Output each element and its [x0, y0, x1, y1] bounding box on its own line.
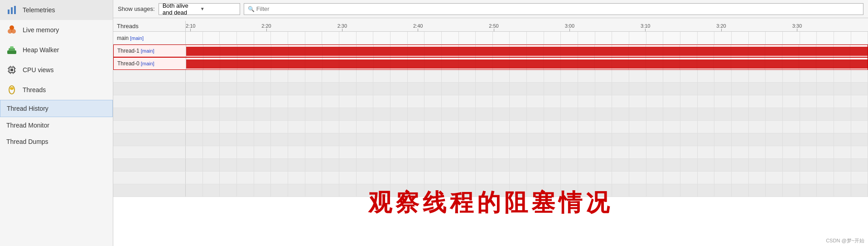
thread-bar-area	[186, 133, 868, 146]
svg-rect-2	[14, 6, 16, 14]
sidebar-item-threads[interactable]: Threads	[0, 80, 113, 100]
toolbar: Show usages: Both alive and dead ▼ 🔍	[113, 0, 868, 18]
thread-bar-area	[186, 146, 868, 158]
sidebar-item-label-thread-monitor: Thread Monitor	[6, 122, 49, 129]
table-row	[113, 146, 868, 159]
thread-label: main[main]	[113, 32, 186, 44]
sidebar-item-thread-dumps[interactable]: Thread Dumps	[0, 133, 113, 150]
table-row: Thread-0[main]	[113, 57, 868, 70]
thread-bar-area	[186, 95, 868, 108]
tick-mark: 2:10	[186, 23, 195, 31]
table-row	[113, 95, 868, 108]
thread-label	[113, 95, 186, 108]
filter-input[interactable]	[256, 5, 859, 12]
csdn-label: CSDN @梦~开始	[826, 237, 864, 244]
thread-bar-area	[186, 184, 868, 197]
thread-bar-area	[186, 32, 868, 44]
thread-label	[113, 172, 186, 184]
heap-icon	[6, 44, 17, 55]
sidebar-item-telemetries[interactable]: Telemetries	[0, 0, 113, 20]
sidebar-item-label-live-memory: Live memory	[23, 26, 59, 34]
timeline-header: Threads 2:102:202:302:402:503:003:103:20…	[113, 18, 868, 32]
svg-rect-0	[8, 10, 10, 14]
thread-bar-area	[186, 45, 868, 57]
thread-label: Thread-0[main]	[114, 58, 186, 69]
timeline-tick-container: 2:102:202:302:402:503:003:103:203:303:40	[186, 18, 868, 31]
memory-icon	[6, 25, 17, 35]
chart-icon	[6, 5, 17, 15]
thread-label	[113, 121, 186, 133]
tick-mark: 3:00	[565, 23, 574, 31]
tick-mark: 2:20	[261, 23, 271, 31]
thread-label	[113, 108, 186, 120]
table-row	[113, 172, 868, 184]
main-content: Show usages: Both alive and dead ▼ 🔍 Thr…	[113, 0, 868, 246]
thread-label	[113, 70, 186, 82]
chevron-down-icon: ▼	[200, 6, 236, 11]
sidebar-item-live-memory[interactable]: Live memory	[0, 20, 113, 40]
thread-label	[113, 146, 186, 158]
tick-mark: 3:30	[792, 23, 802, 31]
thread-label	[113, 184, 186, 197]
thread-bar-area	[186, 70, 868, 82]
tick-mark: 3:10	[641, 23, 650, 31]
sidebar-item-label-heap-walker: Heap Walker	[23, 46, 59, 54]
table-row	[113, 184, 868, 197]
thread-label: Thread-1[main]	[114, 45, 186, 57]
thread-activity-bar	[186, 59, 868, 69]
table-row	[113, 83, 868, 95]
threads-column-header: Threads	[113, 21, 186, 31]
sidebar-item-label-thread-history: Thread History	[7, 105, 48, 112]
thread-bar-area	[186, 172, 868, 184]
svg-rect-6	[7, 50, 16, 54]
sidebar-item-label-threads: Threads	[23, 86, 46, 93]
threads-icon	[6, 84, 17, 95]
svg-point-20	[10, 87, 14, 90]
svg-point-5	[11, 29, 16, 34]
sidebar-item-thread-monitor[interactable]: Thread Monitor	[0, 117, 113, 133]
svg-rect-1	[11, 7, 13, 14]
tick-mark: 2:30	[338, 23, 347, 31]
sidebar-item-thread-history[interactable]: Thread History	[0, 100, 113, 117]
tick-mark: 2:50	[489, 23, 498, 31]
sidebar-item-cpu-views[interactable]: CPU views	[0, 60, 113, 80]
filter-box[interactable]: 🔍	[244, 3, 863, 15]
thread-bar-area	[186, 58, 868, 69]
table-row	[113, 133, 868, 146]
table-row	[113, 108, 868, 121]
timeline-body: main[main]Thread-1[main]Thread-0[main] 观…	[113, 32, 868, 246]
tick-mark: 3:20	[716, 23, 726, 31]
svg-rect-8	[10, 46, 14, 49]
table-row	[113, 159, 868, 172]
thread-bar-area	[186, 159, 868, 171]
sidebar: Telemetries Live memory Heap Walker	[0, 0, 113, 246]
sidebar-item-label-telemetries: Telemetries	[23, 6, 55, 14]
table-row	[113, 121, 868, 133]
svg-rect-10	[10, 69, 13, 71]
thread-bar-area	[186, 121, 868, 133]
cpu-icon	[6, 64, 17, 75]
thread-activity-bar	[186, 47, 868, 56]
thread-bar-area	[186, 83, 868, 95]
show-usages-dropdown[interactable]: Both alive and dead ▼	[159, 3, 240, 15]
thread-label	[113, 159, 186, 171]
thread-label	[113, 133, 186, 146]
tick-mark: 2:40	[413, 23, 423, 31]
sidebar-item-label-cpu-views: CPU views	[23, 66, 53, 74]
sidebar-item-label-thread-dumps: Thread Dumps	[6, 138, 48, 145]
search-icon: 🔍	[248, 6, 255, 12]
table-row: Thread-1[main]	[113, 44, 868, 57]
thread-bar-area	[186, 108, 868, 120]
sidebar-item-heap-walker[interactable]: Heap Walker	[0, 40, 113, 60]
table-row	[113, 70, 868, 83]
thread-label	[113, 83, 186, 95]
table-row: main[main]	[113, 32, 868, 44]
show-usages-label: Show usages:	[118, 5, 155, 12]
dropdown-value: Both alive and dead	[163, 2, 198, 16]
